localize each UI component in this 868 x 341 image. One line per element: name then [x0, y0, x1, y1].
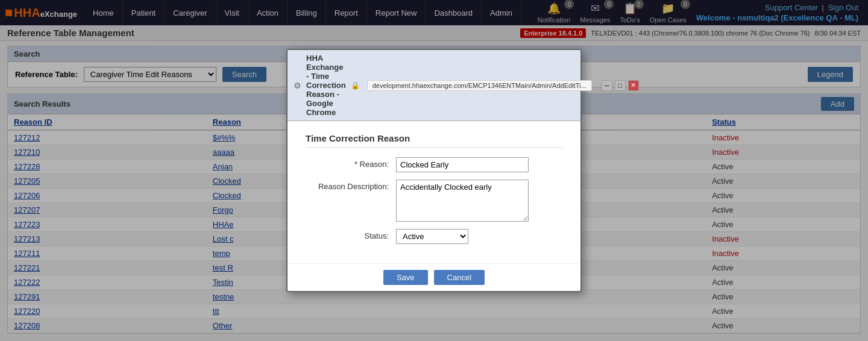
reason-label: * Reason:: [306, 157, 396, 169]
status-row: Status: Active Inactive: [306, 229, 562, 244]
modal-titlebar: ⚙ HHA Exchange - Time Correction Reason …: [288, 50, 580, 121]
modal-body: Time Correction Reason * Reason: Reason …: [288, 121, 580, 263]
description-label: Reason Description:: [306, 180, 396, 191]
description-textarea[interactable]: [396, 180, 529, 222]
browser-icon: ⚙: [294, 81, 301, 90]
modal-controls: ─ □ ✕: [602, 80, 639, 91]
modal-close-button[interactable]: ✕: [628, 80, 639, 91]
modal-window: ⚙ HHA Exchange - Time Correction Reason …: [286, 49, 582, 292]
modal-minimize-button[interactable]: ─: [602, 80, 612, 91]
modal-form-title: Time Correction Reason: [306, 133, 562, 148]
modal-overlay: ⚙ HHA Exchange - Time Correction Reason …: [0, 0, 868, 339]
lock-security-icon: 🔒: [351, 81, 360, 90]
reason-row: * Reason:: [306, 157, 562, 172]
modal-title-left: ⚙ HHA Exchange - Time Correction Reason …: [294, 54, 346, 117]
modal-browser-title: HHA Exchange - Time Correction Reason - …: [306, 54, 346, 117]
description-row: Reason Description:: [306, 180, 562, 222]
cancel-button[interactable]: Cancel: [434, 270, 485, 285]
modal-footer: Save Cancel: [288, 263, 580, 291]
modal-maximize-button[interactable]: □: [615, 80, 626, 91]
status-label: Status:: [306, 229, 396, 240]
status-dropdown[interactable]: Active Inactive: [396, 229, 468, 244]
modal-url-bar: development.hhaexchange.com/EMCP1346ENTM…: [367, 80, 592, 91]
reason-input[interactable]: [396, 157, 529, 172]
save-button[interactable]: Save: [383, 270, 428, 285]
